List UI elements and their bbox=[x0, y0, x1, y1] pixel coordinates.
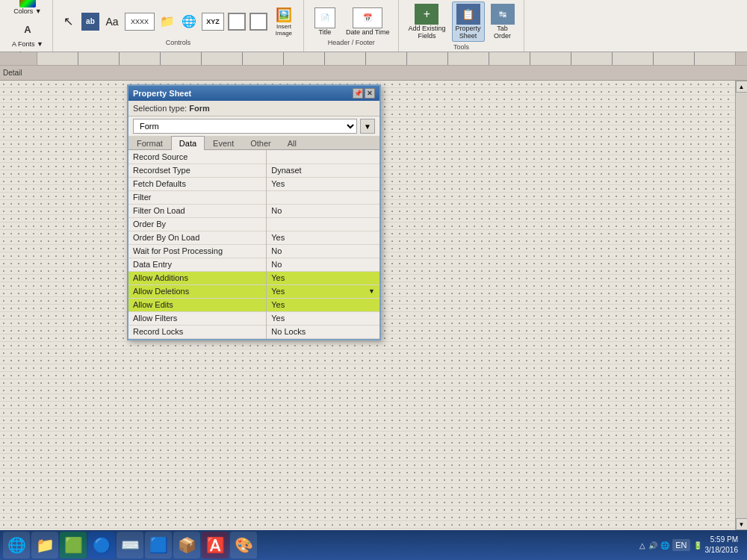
language-badge[interactable]: EN bbox=[672, 539, 689, 551]
title-icon: 📄 bbox=[314, 7, 335, 28]
shape2-icon bbox=[249, 13, 267, 31]
prop-value[interactable]: No bbox=[267, 204, 379, 217]
right-scrollbar: ▲ ▼ bbox=[735, 81, 747, 530]
table-row[interactable]: Fetch Defaults Yes bbox=[128, 177, 379, 190]
taskbar-paint[interactable]: 🎨 bbox=[230, 532, 257, 559]
taskbar-keyboard[interactable]: ⌨️ bbox=[117, 532, 143, 559]
prop-value[interactable] bbox=[267, 217, 379, 231]
section-header: Detail bbox=[0, 66, 747, 81]
ribbon-group-tools: + Add ExistingFields 📋 PropertySheet ↹ T… bbox=[399, 0, 524, 52]
prop-value[interactable]: No Locks bbox=[267, 325, 379, 338]
tab-format[interactable]: Format bbox=[128, 136, 171, 150]
table-row[interactable]: Record Source bbox=[128, 150, 379, 164]
insert-image-button[interactable]: 🖼️ InsertImage bbox=[270, 6, 297, 37]
table-row[interactable]: Record Locks No Locks bbox=[128, 325, 379, 338]
taskbar-ie[interactable]: 🌐 bbox=[3, 532, 30, 559]
text-icon: ab bbox=[81, 13, 99, 31]
ps-table-container: Record Source Recordset Type Dynaset Fet… bbox=[128, 150, 379, 339]
font-icon: Aa bbox=[103, 13, 121, 31]
property-sheet-panel: Property Sheet 📌 ✕ Selection type: Form … bbox=[127, 84, 381, 340]
tab-all[interactable]: All bbox=[279, 136, 305, 150]
prop-value[interactable]: Dynaset bbox=[267, 164, 379, 177]
prop-value[interactable]: Yes bbox=[267, 231, 379, 244]
prop-value[interactable]: No bbox=[267, 244, 379, 258]
xxxx-icon: XXXX bbox=[125, 13, 155, 31]
tab-event[interactable]: Event bbox=[205, 136, 242, 150]
font-button[interactable]: Aa bbox=[102, 12, 122, 31]
shape1-icon bbox=[228, 13, 246, 31]
table-row[interactable]: Wait for Post Processing No bbox=[128, 244, 379, 258]
taskbar-store[interactable]: 🟩 bbox=[60, 532, 87, 559]
xyz-icon: XYZ bbox=[202, 13, 224, 31]
prop-value[interactable]: Yes ▼ bbox=[267, 284, 379, 298]
ruler-marks bbox=[37, 52, 735, 65]
colors-button[interactable]: Colors ▼ bbox=[10, 0, 44, 16]
tab-order-button[interactable]: ↹ TabOrder bbox=[488, 2, 518, 41]
ps-close-button[interactable]: ✕ bbox=[365, 88, 375, 99]
colors-icon bbox=[19, 0, 36, 7]
table-row[interactable]: Order By On Load Yes bbox=[128, 231, 379, 244]
prop-label: Record Source bbox=[128, 150, 267, 164]
table-row[interactable]: Data Entry No bbox=[128, 258, 379, 271]
ps-selection-row: Selection type: Form bbox=[128, 101, 379, 116]
ruler-top bbox=[0, 52, 747, 66]
insert-image-icon: 🖼️ bbox=[276, 7, 292, 23]
property-sheet-icon: 📋 bbox=[456, 4, 480, 25]
prop-label: Data Entry bbox=[128, 258, 267, 271]
canvas-area: Property Sheet 📌 ✕ Selection type: Form … bbox=[0, 81, 735, 530]
prop-label: Filter On Load bbox=[128, 204, 267, 217]
ps-dropdown-row: Form ▼ bbox=[128, 116, 379, 136]
prop-label: Allow Edits bbox=[128, 298, 267, 311]
ps-pin-button[interactable]: 📌 bbox=[353, 88, 363, 99]
prop-value[interactable]: Yes bbox=[267, 177, 379, 190]
prop-value[interactable]: Yes bbox=[267, 298, 379, 311]
tab-data[interactable]: Data bbox=[171, 136, 205, 150]
tab-other[interactable]: Other bbox=[242, 136, 279, 150]
table-row[interactable]: Allow Filters Yes bbox=[128, 311, 379, 325]
table-row-allow-deletions[interactable]: Allow Deletions Yes ▼ bbox=[128, 284, 379, 298]
ps-tabs: Format Data Event Other All bbox=[128, 136, 379, 150]
title-button[interactable]: 📄 Title bbox=[310, 6, 340, 37]
table-row[interactable]: Order By bbox=[128, 217, 379, 231]
prop-label: Filter bbox=[128, 190, 267, 204]
taskbar-folder[interactable]: 📁 bbox=[31, 532, 58, 559]
text-button[interactable]: ab bbox=[81, 12, 100, 31]
prop-value[interactable] bbox=[267, 150, 379, 164]
xxxx-button[interactable]: XXXX bbox=[124, 12, 155, 31]
date-time-button[interactable]: 📅 Date and Time bbox=[343, 6, 393, 37]
taskbar-chrome[interactable]: 🔵 bbox=[88, 532, 115, 559]
ps-form-dropdown[interactable]: Form bbox=[133, 119, 357, 134]
table-row-allow-edits[interactable]: Allow Edits Yes bbox=[128, 298, 379, 311]
taskbar-ms-app[interactable]: 🟦 bbox=[145, 532, 172, 559]
globe-icon: 🌐 bbox=[180, 13, 198, 31]
taskbar-archive[interactable]: 📦 bbox=[173, 532, 200, 559]
prop-value[interactable]: No bbox=[267, 258, 379, 271]
table-row[interactable]: Filter bbox=[128, 190, 379, 204]
date-time-icon: 📅 bbox=[353, 7, 382, 28]
taskbar-access[interactable]: 🅰️ bbox=[202, 532, 229, 559]
taskbar-right: △ 🔊 🌐 EN 🔋 5:59 PM 3/18/2016 bbox=[639, 535, 744, 556]
select-tool-button[interactable]: ↖ bbox=[59, 12, 78, 31]
select-icon: ↖ bbox=[60, 13, 78, 31]
prop-value[interactable]: Yes bbox=[267, 271, 379, 284]
scroll-down-button[interactable]: ▼ bbox=[736, 518, 748, 530]
xyz-button[interactable]: XYZ bbox=[201, 12, 225, 31]
shape2-button[interactable] bbox=[249, 12, 268, 31]
globe-button[interactable]: 🌐 bbox=[179, 12, 199, 31]
prop-label: Order By On Load bbox=[128, 231, 267, 244]
prop-value[interactable] bbox=[267, 190, 379, 204]
scroll-up-button[interactable]: ▲ bbox=[736, 81, 748, 93]
shape1-button[interactable] bbox=[227, 12, 247, 31]
ribbon-group-header-footer: 📄 Title 📅 Date and Time Header / Footer bbox=[304, 0, 400, 52]
table-row-allow-additions[interactable]: Allow Additions Yes bbox=[128, 271, 379, 284]
taskbar-clock[interactable]: 5:59 PM 3/18/2016 bbox=[705, 535, 739, 556]
property-sheet-button[interactable]: 📋 PropertySheet bbox=[452, 1, 485, 42]
table-row[interactable]: Recordset Type Dynaset bbox=[128, 164, 379, 177]
folder-button[interactable]: 📁 bbox=[158, 12, 177, 31]
table-row[interactable]: Filter On Load No bbox=[128, 204, 379, 217]
ps-dropdown-arrow-button[interactable]: ▼ bbox=[360, 119, 375, 134]
add-existing-fields-button[interactable]: + Add ExistingFields bbox=[405, 2, 448, 41]
allow-deletions-arrow[interactable]: ▼ bbox=[368, 287, 375, 295]
prop-value[interactable]: Yes bbox=[267, 311, 379, 325]
fonts-button[interactable]: A A Fonts ▼ bbox=[9, 18, 46, 49]
